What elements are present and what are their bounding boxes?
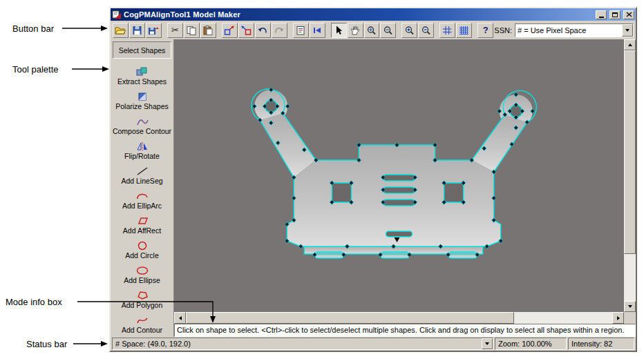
vertical-scroll-thumb[interactable] — [624, 50, 636, 254]
annotation-button-bar: Button bar — [12, 23, 54, 34]
grid-snap-button[interactable] — [456, 23, 472, 38]
pattern-tool-b-button[interactable] — [238, 23, 254, 38]
zoom-out-button[interactable] — [380, 23, 396, 38]
run-button[interactable] — [310, 23, 325, 38]
space-dropdown-button[interactable] — [482, 338, 493, 349]
annotation-tool-palette: Tool palette — [12, 64, 59, 75]
triangle-up-icon — [628, 43, 632, 46]
palette-item-add-elliparc[interactable]: Add EllipArc — [111, 188, 173, 213]
palette-item-add-lineseg[interactable]: Add LineSeg — [111, 163, 173, 188]
chevron-down-icon — [485, 342, 489, 345]
annotation-mode-info-box: Mode info box — [6, 297, 62, 307]
chevron-down-icon — [625, 29, 629, 32]
undo-button[interactable] — [255, 23, 271, 38]
compose-contour-icon — [136, 116, 149, 126]
triangle-right-icon — [617, 316, 620, 320]
triangle-left-icon — [179, 316, 182, 320]
flip-rotate-icon — [136, 141, 149, 151]
palette-item-add-polygon[interactable]: Add Polygon — [111, 287, 173, 312]
cut-button[interactable]: ✂ — [167, 23, 183, 38]
palette-item-add-affrect[interactable]: Add AffRect — [111, 213, 173, 237]
toolbar-separator — [162, 23, 167, 38]
zoom-in-button[interactable] — [364, 23, 380, 38]
app-icon — [112, 10, 122, 19]
help-icon: ? — [483, 26, 489, 35]
scroll-left-button[interactable] — [174, 312, 186, 324]
palette-item-add-circle[interactable]: Add Circle — [111, 237, 173, 262]
ellipse-arc-icon — [136, 191, 149, 201]
palette-item-add-contour[interactable]: Add Contour — [111, 312, 173, 337]
blue-shape-red-arrow-icon — [224, 26, 235, 35]
help-button[interactable]: ? — [477, 23, 493, 38]
grid-button[interactable] — [439, 23, 455, 38]
vertical-scrollbar[interactable] — [624, 39, 636, 312]
toolbar-separator — [397, 23, 401, 38]
space-coordinates: # Space: (49.0, 192.0) — [115, 340, 482, 348]
space-selector[interactable]: # Space: (49.0, 192.0) — [112, 338, 493, 350]
toolbar-separator — [435, 23, 439, 38]
palette-item-polarize-shapes[interactable]: Polarize Shapes — [111, 88, 173, 113]
line-segment-icon — [136, 166, 149, 176]
ellipse-icon — [136, 265, 149, 275]
palette-item-flip-rotate[interactable]: Flip/Rotate — [111, 138, 173, 163]
zoom-shrink-button[interactable] — [418, 23, 434, 38]
copy-button[interactable] — [184, 23, 200, 38]
ssn-combobox-value: # = Use Pixel Space — [515, 24, 622, 37]
redo-button[interactable] — [272, 23, 287, 38]
title-bar[interactable]: CogPMAlignTool1 Model Maker — [111, 8, 636, 21]
ssn-combobox[interactable]: # = Use Pixel Space — [515, 23, 634, 37]
grid-fill-icon — [459, 26, 469, 35]
palette-item-add-ellipse[interactable]: Add Ellipse — [111, 262, 173, 287]
redo-arrow-icon — [274, 26, 285, 35]
scroll-down-button[interactable] — [624, 301, 636, 312]
close-button[interactable] — [623, 10, 634, 19]
zoom-expand-icon — [404, 26, 415, 35]
horizontal-scrollbar-row — [174, 312, 636, 324]
intensity-status: Intensity: 82 — [568, 338, 634, 350]
window-title: CogPMAlignTool1 Model Maker — [124, 10, 593, 19]
pan-hand-icon — [350, 26, 361, 35]
maximize-button[interactable] — [609, 10, 621, 19]
save-image-icon — [148, 26, 159, 35]
ssn-group: SSN: # = Use Pixel Space — [494, 23, 634, 37]
mode-info-box: Click on shape to select. <Ctrl>-click t… — [174, 324, 636, 337]
palette-item-extract-shapes[interactable]: Extract Shapes — [111, 64, 173, 88]
select-pointer-button[interactable] — [331, 23, 347, 38]
scroll-up-button[interactable] — [624, 39, 636, 50]
maximize-icon — [612, 12, 618, 17]
save-image-button[interactable] — [146, 23, 162, 38]
close-icon — [626, 12, 632, 17]
scroll-right-button[interactable] — [612, 312, 624, 324]
annotation-status-bar: Status bar — [26, 339, 67, 349]
open-button[interactable] — [113, 23, 129, 38]
toolbar-separator — [326, 23, 330, 38]
pattern-tool-a-button[interactable] — [222, 23, 238, 38]
copy-icon — [186, 26, 197, 35]
model-image — [174, 39, 624, 312]
circle-icon — [136, 240, 149, 251]
pan-button[interactable] — [348, 23, 363, 38]
documentation-figure: Button bar Tool palette Mode info box St… — [0, 0, 644, 361]
image-display[interactable] — [174, 39, 624, 312]
palette-item-compose-contour[interactable]: Compose Contour — [111, 113, 173, 138]
zoom-in-icon — [366, 26, 377, 35]
horizontal-scrollbar[interactable] — [174, 312, 624, 324]
run-to-start-icon — [312, 26, 323, 35]
paste-button[interactable] — [200, 23, 216, 38]
horizontal-scroll-thumb[interactable] — [186, 312, 514, 324]
polarize-shapes-icon — [136, 91, 149, 101]
display-column: Click on shape to select. <Ctrl>-click t… — [174, 39, 636, 337]
display-row — [174, 39, 636, 312]
properties-button[interactable] — [293, 23, 309, 38]
extract-shapes-icon — [136, 66, 149, 77]
save-floppy-icon — [132, 26, 142, 35]
red-shape-blue-arrow-icon — [240, 26, 252, 35]
toolbar-separator — [288, 23, 292, 38]
ssn-combobox-dropdown[interactable] — [622, 24, 633, 37]
minimize-button[interactable] — [596, 10, 607, 19]
palette-item-select-shapes[interactable]: Select Shapes — [113, 41, 171, 59]
undo-arrow-icon — [257, 26, 268, 35]
save-button[interactable] — [129, 23, 145, 38]
zoom-expand-button[interactable] — [401, 23, 417, 38]
ssn-label: SSN: — [494, 26, 512, 35]
